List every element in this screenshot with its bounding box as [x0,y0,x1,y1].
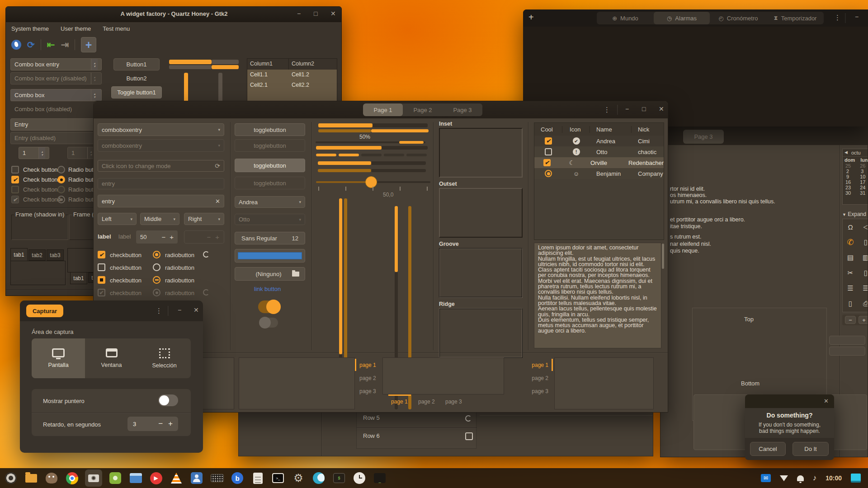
switch-off[interactable] [260,318,278,328]
minimize-button[interactable]: − [855,13,859,20]
maximize-button[interactable]: □ [642,105,646,113]
trash-icon[interactable]: ▯ [864,269,868,277]
notes-icon[interactable] [250,471,265,485]
browser-teal-icon[interactable] [311,471,326,485]
tab-page3[interactable]: page 3 [530,385,553,397]
calendar-date[interactable]: 23 [845,185,851,190]
column-header[interactable]: Column1 [247,59,289,70]
document-icon[interactable]: ▥ [863,253,868,262]
check-button-1[interactable] [11,166,19,174]
column-header-nick[interactable]: Nick [632,126,664,133]
radio-button-2[interactable] [57,176,65,183]
stepper-icon[interactable]: ▴▾ [38,147,45,159]
screenshot-tool-icon-active[interactable] [85,469,102,487]
delay-spinbutton[interactable]: 3 − + [127,417,178,431]
calendar-date[interactable]: 26 [860,163,865,169]
go-last-icon[interactable]: ⇥ [61,39,69,50]
row-checkbox-checked[interactable]: ✔ [545,137,552,145]
calendar-date[interactable]: 16 [845,179,851,185]
start-menu-icon[interactable] [4,471,18,485]
tab-page2[interactable]: page 2 [355,372,377,384]
table-row[interactable]: Cell1.1 Cell1.2 [247,70,337,80]
radiobutton-indeterminate[interactable] [153,276,160,284]
menu-kebab-icon[interactable]: ⋮ [156,307,162,315]
button2[interactable]: Button2 [113,72,160,84]
capture-button[interactable]: Capturar [26,305,63,317]
tab-temporizador[interactable]: ⧗ Temporizador [767,12,824,24]
close-button[interactable]: ✕ [824,398,829,404]
spin-plus-icon[interactable]: + [169,233,178,241]
font-button[interactable]: Sans Regular 12 [235,232,305,244]
display-settings-icon[interactable] [128,471,143,485]
checkbutton-unchecked[interactable] [98,263,105,271]
textview[interactable]: Lorem ipsum dolor sit amet, consectetur … [534,243,661,348]
combo-box[interactable]: Combo box ▴▾ [10,89,102,101]
side-button[interactable] [829,336,865,345]
check-button-2[interactable]: ✔ [11,176,19,183]
table-row[interactable]: ! Otto chaotic [534,146,664,157]
row-radio-selected[interactable] [545,170,552,177]
tab-cronometro[interactable]: ◴ Cronómetro [710,12,767,24]
button1[interactable]: Button1 [113,58,160,70]
slider-track-left[interactable] [316,181,371,183]
wifi-icon[interactable] [780,475,788,481]
icon-grid[interactable]: Ω ◁ ✆ ▯ ▤ ▥ ✂ ▯ ☰ ☰ ▯ ⎙ [842,219,868,312]
dropdown-andrea[interactable]: Andrea ▾ [235,196,305,208]
maximize-button[interactable]: □ [314,10,317,17]
tab-tab2[interactable]: tab2 [28,249,46,261]
checkbutton-checked[interactable]: ✔ [98,251,105,258]
vlc-icon[interactable] [169,471,184,485]
tab-mundo[interactable]: ⊕ Mundo [597,12,654,24]
row-checkbox-unchecked[interactable] [545,148,552,155]
minimize-button[interactable]: − [625,105,629,113]
dropdown-middle[interactable]: Middle ▾ [140,213,179,225]
calendar-prev-icon[interactable]: ◀ [844,150,848,155]
calendar-date[interactable]: 3 [861,169,863,174]
slider-track-right[interactable] [371,181,430,183]
row-checkbox-checked[interactable]: ✔ [543,159,551,166]
minus-button[interactable]: − [845,316,856,324]
tab-tab1[interactable]: tab1 [10,248,28,261]
column-header-name[interactable]: Name [590,126,632,133]
tab-page3[interactable]: Page 3 [683,130,724,144]
tab-page2[interactable]: page 2 [415,394,438,409]
spin-minus-icon[interactable]: − [154,419,167,428]
stepper-icon[interactable]: ▴▾ [91,59,98,70]
tab-page3[interactable]: Page 3 [443,103,482,116]
tab-page1-active[interactable]: page 1 [530,359,553,371]
minimize-button[interactable]: − [297,10,301,17]
refresh-icon[interactable]: ⟳ [27,39,35,50]
expander[interactable]: ▼ Expand [842,211,866,217]
do-it-button[interactable]: Do It [793,442,829,456]
tab-tab3[interactable]: tab3 [47,249,64,261]
calendar[interactable]: ◀ octu dom lun 2526 23 910 1617 2324 303… [842,149,868,205]
entry-icon-mode[interactable]: Click icon to change mode ⟳ [98,160,224,172]
table-row[interactable]: Cell2.1 Cell2.2 [247,80,337,90]
scrollbar-thumb[interactable] [662,244,664,269]
link-button[interactable]: link button [254,286,281,292]
file-manager-icon[interactable] [24,471,38,485]
add-button[interactable]: + [528,12,534,23]
add-tool-button[interactable]: + [81,37,96,52]
row-checkbox[interactable] [465,432,473,440]
show-desktop-icon[interactable] [851,474,861,483]
tab-alarmas[interactable]: ◷ Alarmas [654,12,710,24]
tab-page2[interactable]: page 2 [530,372,553,384]
menu-test-menu[interactable]: Test menu [103,25,130,32]
table-row[interactable]: ✔ ✔ Andrea Cimi [534,136,664,146]
speaker-icon[interactable]: ◁ [863,223,868,231]
calendar-date[interactable]: 2 [846,169,849,174]
calendar-date[interactable]: 30 [845,190,851,196]
bell-icon[interactable] [797,475,804,481]
spin-plus-icon[interactable]: + [167,419,178,428]
clear-icon[interactable]: ✕ [215,198,220,205]
cancel-button[interactable]: Cancel [750,442,786,456]
taskbar-clock[interactable]: 10:00 [826,474,842,482]
headerbar[interactable]: ✕ [745,394,834,408]
column-header-cool[interactable]: Cool [534,126,562,133]
option-ventana[interactable]: Ventana [85,338,138,378]
calendar-date[interactable]: 10 [860,174,865,179]
calendar-date[interactable]: 24 [860,185,865,190]
scissors-icon[interactable]: ✂ [848,269,854,277]
printer-icon[interactable]: ⎙ [863,300,868,308]
